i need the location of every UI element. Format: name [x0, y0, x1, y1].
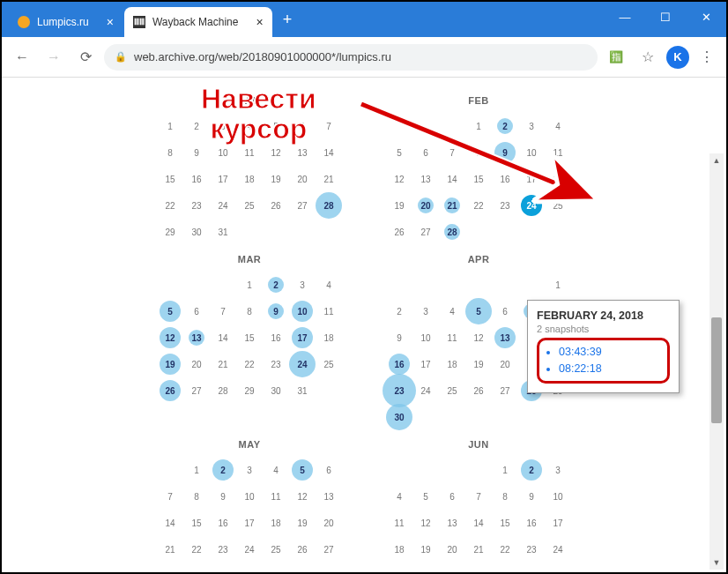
calendar-day: 8	[183, 483, 210, 510]
day-number: 14	[218, 333, 227, 343]
calendar-day: 16	[263, 324, 289, 351]
day-number: 14	[165, 518, 175, 528]
day-number: 23	[500, 201, 509, 211]
calendar-day[interactable]: 23	[386, 377, 412, 404]
scroll-thumb[interactable]	[711, 317, 722, 423]
day-number: 13	[297, 148, 307, 158]
tab-title: Lumpics.ru	[37, 16, 89, 28]
calendar-day: 22	[465, 192, 492, 219]
calendar-day[interactable]: 2	[210, 457, 236, 483]
tab-close-icon[interactable]: ×	[256, 15, 263, 29]
day-number: 22	[500, 545, 509, 555]
day-number: 6	[326, 466, 331, 475]
calendar-day[interactable]: 26	[157, 377, 183, 404]
day-number: 22	[165, 201, 175, 211]
tab-lumpics[interactable]: Lumpics.ru ×	[9, 7, 123, 37]
calendar-day: 27	[439, 563, 465, 572]
day-number: 8	[167, 148, 173, 158]
calendar-day: 23	[263, 351, 289, 377]
profile-avatar[interactable]: K	[666, 46, 689, 69]
calendar-day[interactable]: 10	[289, 298, 316, 324]
calendar-day: 1	[157, 113, 183, 139]
calendar-day[interactable]: 12	[157, 324, 183, 351]
snapshot-time-link[interactable]: 08:22:18	[559, 361, 662, 377]
day-number: 6	[449, 492, 455, 502]
calendar-day: 8	[465, 139, 492, 166]
translate-icon[interactable]: 🈯	[603, 44, 629, 71]
calendar-day: 7	[316, 113, 342, 139]
tab-wayback[interactable]: ⅢⅢ Wayback Machine ×	[124, 7, 272, 37]
calendar-day[interactable]: 13	[492, 324, 518, 351]
scroll-down-icon[interactable]: ▼	[709, 555, 724, 570]
reload-button[interactable]: ⟳	[72, 44, 99, 71]
day-number: 1	[194, 466, 199, 475]
day-number: 18	[244, 175, 254, 184]
day-number: 18	[271, 518, 280, 528]
calendar-day[interactable]: 24	[289, 351, 316, 377]
back-button[interactable]: ←	[9, 44, 35, 71]
calendar-day: 2	[183, 113, 210, 139]
calendar-day[interactable]: 9	[492, 139, 518, 166]
day-number: 24	[553, 545, 562, 555]
day-number: 4	[247, 122, 252, 131]
calendar-day[interactable]: 2	[492, 113, 518, 139]
calendar-day: 29	[183, 563, 210, 572]
calendar-day[interactable]: 24	[518, 192, 545, 219]
calendar-day: 20	[439, 536, 465, 563]
tooltip-highlight: 03:43:39 08:22:18	[537, 338, 670, 384]
calendar-day[interactable]: 9	[263, 298, 289, 324]
calendar-day: 25	[236, 192, 263, 219]
calendar-day: 6	[412, 139, 439, 166]
calendar-day: 28	[210, 377, 236, 404]
day-number: 3	[300, 280, 305, 290]
calendar-day[interactable]: 5	[465, 298, 492, 324]
url-input[interactable]: 🔒 web.archive.org/web/20180901000000*/lu…	[104, 44, 598, 71]
scroll-up-icon[interactable]: ▲	[709, 153, 724, 168]
calendar-day[interactable]: 13	[183, 324, 210, 351]
day-number: 3	[529, 122, 534, 131]
day-number: 23	[218, 545, 227, 555]
close-window-button[interactable]: ✕	[686, 2, 726, 32]
calendar-day: 13	[439, 510, 465, 536]
minimize-button[interactable]: —	[605, 2, 645, 32]
vertical-scrollbar[interactable]: ▲ ▼	[709, 153, 724, 570]
calendar-day[interactable]: 19	[157, 351, 183, 377]
calendar-day: 27	[316, 536, 342, 563]
calendar-day[interactable]: 5	[157, 298, 183, 324]
month-may: MAY1234567891011121314151617181920212223…	[157, 439, 342, 572]
calendar-day[interactable]: 30	[386, 404, 412, 430]
calendar-day[interactable]: 5	[289, 457, 316, 483]
calendar-day: 22	[157, 192, 183, 219]
menu-icon[interactable]: ⋮	[695, 48, 719, 65]
maximize-button[interactable]: ☐	[645, 2, 686, 32]
day-number: 5	[300, 466, 305, 475]
calendar-day: 25	[263, 536, 289, 563]
day-number: 30	[526, 571, 536, 573]
calendar-day[interactable]: 2	[518, 457, 545, 483]
day-number: 4	[555, 122, 561, 131]
bookmark-star-icon[interactable]: ☆	[635, 44, 661, 71]
calendar-day: 16	[183, 166, 210, 192]
calendar-day: 26	[263, 192, 289, 219]
calendar-day[interactable]: 2	[263, 272, 289, 298]
lock-icon: 🔒	[115, 51, 127, 63]
calendar-day: 7	[465, 483, 492, 510]
calendar-day[interactable]: 28	[316, 192, 342, 219]
day-number: 13	[420, 175, 430, 184]
month-label: MAY	[157, 439, 342, 450]
calendar-day[interactable]: 28	[439, 219, 465, 245]
calendar-day[interactable]: 17	[289, 324, 316, 351]
calendar-day: 14	[210, 324, 236, 351]
day-number: 9	[273, 307, 279, 317]
calendar-day: 5	[263, 113, 289, 139]
day-number: 9	[397, 333, 402, 343]
calendar-day: 6	[439, 483, 465, 510]
calendar-day[interactable]: 21	[439, 192, 465, 219]
calendar-day[interactable]: 20	[412, 192, 439, 219]
tab-close-icon[interactable]: ×	[107, 15, 114, 29]
day-number: 8	[194, 492, 199, 502]
new-tab-button[interactable]: +	[274, 11, 301, 29]
day-number: 29	[500, 571, 509, 573]
forward-button[interactable]: →	[41, 44, 67, 71]
snapshot-time-link[interactable]: 03:43:39	[559, 344, 662, 361]
